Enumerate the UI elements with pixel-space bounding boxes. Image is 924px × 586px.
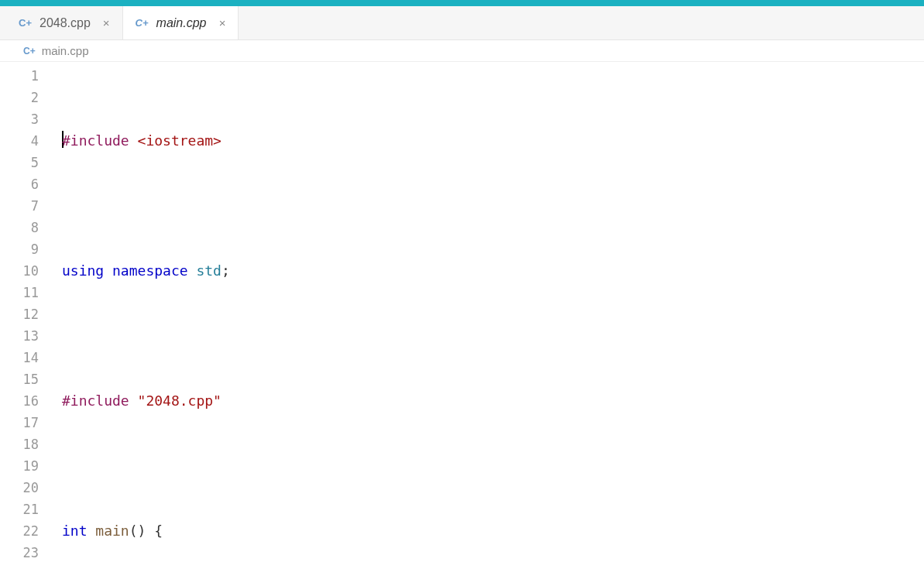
line-number: 15 <box>0 368 39 390</box>
line-number: 6 <box>0 173 39 195</box>
line-number: 16 <box>0 390 39 412</box>
breadcrumb[interactable]: C+ main.cpp <box>0 40 924 62</box>
line-number: 22 <box>0 520 39 542</box>
line-number: 2 <box>0 87 39 108</box>
tab-label: main.cpp <box>156 16 207 30</box>
line-number-gutter: 1234567891011121314151617181920212223 <box>0 65 62 586</box>
line-number: 14 <box>0 347 39 368</box>
line-number: 8 <box>0 217 39 238</box>
line-number: 1 <box>0 65 39 87</box>
line-number: 23 <box>0 542 39 564</box>
line-number: 21 <box>0 499 39 520</box>
line-number: 13 <box>0 325 39 347</box>
tab-2048-cpp[interactable]: C+ 2048.cpp × <box>6 6 123 39</box>
close-icon[interactable]: × <box>215 16 226 29</box>
line-number: 3 <box>0 108 39 130</box>
line-number: 5 <box>0 152 39 173</box>
breadcrumb-label: main.cpp <box>42 44 89 57</box>
line-number: 12 <box>0 303 39 325</box>
code-content[interactable]: #include <iostream> using namespace std;… <box>62 65 924 586</box>
line-number: 9 <box>0 238 39 260</box>
window-titlebar <box>0 0 924 6</box>
cpp-file-icon: C+ <box>136 17 149 29</box>
line-number: 11 <box>0 282 39 303</box>
tab-bar: C+ 2048.cpp × C+ main.cpp × <box>0 6 924 40</box>
tab-label: 2048.cpp <box>40 16 91 30</box>
line-number: 4 <box>0 130 39 152</box>
code-editor[interactable]: 1234567891011121314151617181920212223 #i… <box>0 62 924 586</box>
line-number: 10 <box>0 260 39 282</box>
line-number: 19 <box>0 455 39 477</box>
line-number: 18 <box>0 434 39 455</box>
cpp-file-icon: C+ <box>19 17 32 29</box>
tab-main-cpp[interactable]: C+ main.cpp × <box>123 6 239 39</box>
line-number: 7 <box>0 195 39 217</box>
line-number: 17 <box>0 412 39 434</box>
line-number: 20 <box>0 477 39 499</box>
close-icon[interactable]: × <box>98 16 110 29</box>
cpp-file-icon: C+ <box>23 46 36 57</box>
